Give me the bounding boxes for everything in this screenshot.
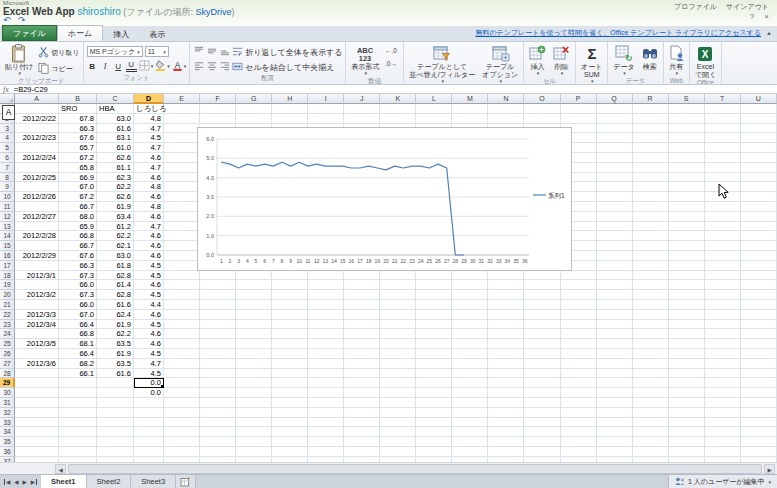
column-header-J[interactable]: J [344, 94, 380, 104]
cell-C14[interactable]: 62.2 [97, 231, 134, 241]
cell-I22[interactable] [308, 310, 344, 320]
cell-U22[interactable] [741, 310, 777, 320]
cell-U3[interactable] [741, 124, 777, 134]
cell-T1[interactable] [705, 104, 741, 114]
row-header-26[interactable]: 26 [0, 349, 15, 359]
row-header-22[interactable]: 22 [0, 310, 15, 320]
formula-bar[interactable]: fx =B29-C29 [0, 85, 777, 94]
cell-S32[interactable] [669, 408, 705, 418]
cell-F2[interactable] [200, 114, 236, 124]
cell-B9[interactable]: 67.0 [59, 182, 97, 192]
cell-K20[interactable] [380, 290, 416, 300]
cell-S19[interactable] [669, 280, 705, 290]
decrease-decimal-button[interactable]: .0→ [384, 59, 400, 69]
cell-T22[interactable] [705, 310, 741, 320]
cell-C5[interactable]: 61.0 [97, 143, 134, 153]
cell-R24[interactable] [633, 329, 669, 339]
cell-G19[interactable] [236, 280, 272, 290]
cell-I1[interactable] [308, 104, 344, 114]
cell-R13[interactable] [633, 222, 669, 232]
cell-D34[interactable] [134, 427, 164, 437]
cell-Q18[interactable] [597, 271, 633, 281]
cell-R4[interactable] [633, 133, 669, 143]
column-header-G[interactable]: G [236, 94, 272, 104]
signout-link[interactable]: サインアウト [726, 3, 769, 10]
cell-F28[interactable] [200, 369, 236, 379]
cell-N27[interactable] [488, 359, 524, 369]
cell-R36[interactable] [633, 447, 669, 457]
cell-O32[interactable] [524, 408, 560, 418]
cell-S20[interactable] [669, 290, 705, 300]
cell-S23[interactable] [669, 320, 705, 330]
cell-L22[interactable] [416, 310, 452, 320]
tab-insert[interactable]: 挿入 [103, 27, 139, 41]
cell-K18[interactable] [380, 271, 416, 281]
cell-U25[interactable] [741, 339, 777, 349]
cell-N25[interactable] [488, 339, 524, 349]
row-header-8[interactable]: 8 [0, 173, 15, 183]
cell-S22[interactable] [669, 310, 705, 320]
cell-F20[interactable] [200, 290, 236, 300]
font-size-select[interactable]: 11▾ [145, 46, 169, 57]
cell-O23[interactable] [524, 320, 560, 330]
template-library-link[interactable]: 無料のテンプレートを使って時間を省く、Office テンプレート ライブラリにア… [475, 28, 761, 38]
cell-I21[interactable] [308, 300, 344, 310]
cell-F22[interactable] [200, 310, 236, 320]
cell-K25[interactable] [380, 339, 416, 349]
cell-H23[interactable] [272, 320, 308, 330]
table-options-button[interactable]: テーブル オプション▾ [480, 43, 520, 85]
cell-C26[interactable]: 61.9 [97, 349, 134, 359]
cell-S12[interactable] [669, 212, 705, 222]
cell-C28[interactable]: 61.6 [97, 369, 134, 379]
cell-L20[interactable] [416, 290, 452, 300]
cell-T23[interactable] [705, 320, 741, 330]
cell-K23[interactable] [380, 320, 416, 330]
open-in-excel-button[interactable]: XExcel で開く [693, 43, 718, 79]
cell-R34[interactable] [633, 427, 669, 437]
cell-S26[interactable] [669, 349, 705, 359]
cell-U7[interactable] [741, 163, 777, 173]
cell-P24[interactable] [561, 329, 597, 339]
cell-A2[interactable]: 2012/2/22 [15, 114, 59, 124]
cell-F32[interactable] [200, 408, 236, 418]
cell-S5[interactable] [669, 143, 705, 153]
row-header-12[interactable]: 12 [0, 212, 15, 222]
cell-A3[interactable] [15, 124, 59, 134]
cell-J35[interactable] [344, 437, 380, 447]
redo-icon[interactable]: ↷ [18, 15, 26, 25]
cell-B14[interactable]: 66.8 [59, 231, 97, 241]
cell-L32[interactable] [416, 408, 452, 418]
prev-sheet-icon[interactable]: ◀ [14, 479, 18, 485]
cell-P34[interactable] [561, 427, 597, 437]
cell-C7[interactable]: 61.1 [97, 163, 134, 173]
cell-M22[interactable] [452, 310, 488, 320]
cell-E31[interactable] [164, 398, 200, 408]
column-header-B[interactable]: B [59, 94, 97, 104]
cell-O22[interactable] [524, 310, 560, 320]
cell-U28[interactable] [741, 369, 777, 379]
cell-K35[interactable] [380, 437, 416, 447]
cell-G34[interactable] [236, 427, 272, 437]
cell-U4[interactable] [741, 133, 777, 143]
row-header-21[interactable]: 21 [0, 300, 15, 310]
cell-B25[interactable]: 68.1 [59, 339, 97, 349]
cell-G24[interactable] [236, 329, 272, 339]
skydrive-link[interactable]: SkyDrive [195, 7, 231, 17]
scroll-right-icon[interactable]: ▶ [764, 464, 775, 474]
cell-H29[interactable] [272, 378, 308, 388]
cell-R32[interactable] [633, 408, 669, 418]
column-header-C[interactable]: C [97, 94, 134, 104]
cell-P28[interactable] [561, 369, 597, 379]
cell-U24[interactable] [741, 329, 777, 339]
row-header-15[interactable]: 15 [0, 241, 15, 251]
cell-B2[interactable]: 67.8 [59, 114, 97, 124]
cell-S17[interactable] [669, 261, 705, 271]
cell-C15[interactable]: 62.1 [97, 241, 134, 251]
cell-E24[interactable] [164, 329, 200, 339]
cell-H21[interactable] [272, 300, 308, 310]
cell-T8[interactable] [705, 173, 741, 183]
cell-R16[interactable] [633, 251, 669, 261]
cell-A10[interactable]: 2012/2/26 [15, 192, 59, 202]
cell-O27[interactable] [524, 359, 560, 369]
cell-K29[interactable] [380, 378, 416, 388]
